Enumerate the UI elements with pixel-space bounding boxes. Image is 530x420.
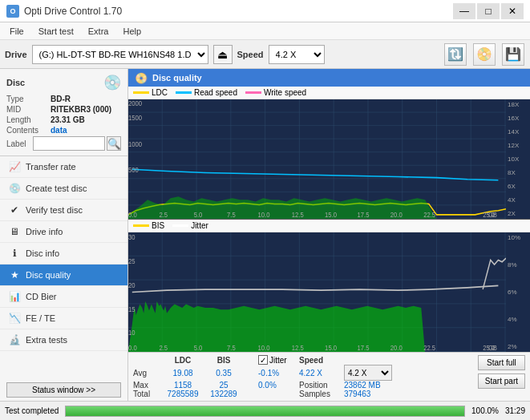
label-button[interactable]: 🔍 xyxy=(107,136,121,151)
y-axis-18x: 18X xyxy=(508,101,528,108)
svg-text:10.0: 10.0 xyxy=(257,343,269,352)
max-ldc: 1158 xyxy=(163,381,203,390)
start-full-button[interactable]: Start full xyxy=(478,355,525,370)
contents-label: Contents xyxy=(6,126,51,135)
total-bis: 132289 xyxy=(204,390,244,398)
y-axis-4x: 4X xyxy=(508,196,528,204)
drive-info-icon: 🖥 xyxy=(8,225,21,238)
title-bar-left: O Opti Drive Control 1.70 xyxy=(6,5,122,18)
total-label: Total xyxy=(133,390,162,398)
chart2-right-axis: 10% 8% 6% 4% 2% xyxy=(506,232,530,352)
legend-read-speed: Read speed xyxy=(176,88,237,97)
stats-bar: LDC BIS ✓ Jitter Speed Avg 19.08 0.35 xyxy=(128,352,530,401)
disc-title: Disc xyxy=(6,78,25,87)
jitter-checkbox[interactable]: ✓ xyxy=(258,355,268,365)
legend-read-color xyxy=(176,91,192,94)
svg-text:0.0: 0.0 xyxy=(128,212,137,219)
col-ldc-header: LDC xyxy=(163,356,203,365)
status-window-button[interactable]: Status window >> xyxy=(6,382,121,398)
transfer-rate-label: Transfer rate xyxy=(26,162,76,172)
samples-label: Samples xyxy=(299,390,343,398)
position-value: 23862 MB xyxy=(344,381,392,390)
nav-extra-tests[interactable]: 🔬 Extra tests xyxy=(0,329,127,351)
avg-ldc: 19.08 xyxy=(163,369,203,378)
cd-bier-label: CD Bier xyxy=(26,292,57,301)
menu-file[interactable]: File xyxy=(3,25,30,38)
disc-quality-icon: ★ xyxy=(8,269,21,281)
y-axis-8pct: 8% xyxy=(508,261,528,269)
toolbar-btn3[interactable]: 💾 xyxy=(502,43,524,66)
svg-text:22.5: 22.5 xyxy=(423,343,435,352)
speed-label: Speed xyxy=(237,50,264,59)
y-axis-6x: 6X xyxy=(508,183,528,190)
svg-text:GB: GB xyxy=(488,212,497,219)
legend-ldc-label: LDC xyxy=(152,88,168,97)
svg-text:20.0: 20.0 xyxy=(390,343,403,352)
menu-extra[interactable]: Extra xyxy=(82,25,115,38)
progress-percent: 100.0% xyxy=(471,406,499,415)
disc-info-panel: Disc 💿 Type BD-R MID RITEKBR3 (000) Leng… xyxy=(0,69,127,156)
chart1-right-axis: 18X 16X 14X 12X 10X 8X 6X 4X 2X xyxy=(506,99,530,219)
disc-type-row: Type BD-R xyxy=(6,95,121,103)
maximize-button[interactable]: □ xyxy=(477,3,500,19)
speed-dropdown[interactable]: 4.2 X xyxy=(344,365,392,381)
minimize-button[interactable]: — xyxy=(453,3,475,19)
legend-jitter-label: Jitter xyxy=(191,221,208,230)
legend-top: LDC Read speed Write speed xyxy=(128,87,530,99)
nav-disc-quality[interactable]: ★ Disc quality xyxy=(0,265,127,286)
y-axis-2x: 2X xyxy=(508,210,528,217)
legend-jitter-color xyxy=(172,224,188,227)
legend-write-label: Write speed xyxy=(264,88,306,97)
svg-text:12.5: 12.5 xyxy=(292,212,304,219)
legend-bis-color xyxy=(133,224,149,227)
close-button[interactable]: ✕ xyxy=(501,3,524,19)
legend-read-label: Read speed xyxy=(194,88,237,97)
legend-bis: BIS xyxy=(133,221,164,230)
disc-info-icon: ℹ xyxy=(8,247,21,260)
eject-button[interactable]: ⏏ xyxy=(213,45,233,64)
nav-drive-info[interactable]: 🖥 Drive info xyxy=(0,221,127,243)
disc-contents-row: Contents data xyxy=(6,126,121,135)
progress-bar-fill xyxy=(66,406,464,416)
disc-mid-row: MID RITEKBR3 (000) xyxy=(6,105,121,114)
start-buttons: Start full Start part xyxy=(478,355,525,389)
charts-container: LDC Read speed Write speed xyxy=(128,87,530,352)
label-input[interactable] xyxy=(33,136,105,151)
avg-label: Avg xyxy=(133,369,162,378)
col-bis-header: BIS xyxy=(204,356,244,365)
nav-fe-te[interactable]: 📉 FE / TE xyxy=(0,308,127,329)
extra-tests-label: Extra tests xyxy=(26,335,67,345)
svg-text:15: 15 xyxy=(128,305,136,313)
transfer-rate-icon: 📈 xyxy=(8,160,21,173)
nav-transfer-rate[interactable]: 📈 Transfer rate xyxy=(0,156,127,178)
y-axis-4pct: 4% xyxy=(508,316,528,323)
svg-text:5.0: 5.0 xyxy=(194,343,203,352)
toolbar: Drive (G:) HL-DT-ST BD-RE WH16NS48 1.D3 … xyxy=(0,40,530,69)
y-axis-8x: 8X xyxy=(508,169,528,176)
verify-test-disc-label: Verify test disc xyxy=(26,205,83,215)
start-part-button[interactable]: Start part xyxy=(478,374,525,389)
speed-select[interactable]: 4.2 X 8 X 12 X 16 X xyxy=(269,45,325,64)
disc-info-label: Disc info xyxy=(26,248,59,258)
menu-start-test[interactable]: Start test xyxy=(32,25,80,38)
elapsed-time: 31:29 xyxy=(505,406,525,415)
chart2-container: 30 25 20 15 10 0.0 2.5 5.0 7.5 10.0 12.5… xyxy=(128,232,530,352)
legend-jitter: Jitter xyxy=(172,221,208,230)
title-bar: O Opti Drive Control 1.70 — □ ✕ xyxy=(0,0,530,22)
progress-bar xyxy=(65,406,465,417)
toolbar-btn1[interactable]: 🔃 xyxy=(444,43,467,66)
mid-label: MID xyxy=(6,105,51,114)
chart-header: 📀 Disc quality xyxy=(128,69,530,87)
y-axis-2pct: 2% xyxy=(508,343,528,350)
disc-length-row: Length 23.31 GB xyxy=(6,115,121,124)
nav-cd-bier[interactable]: 📊 CD Bier xyxy=(0,286,127,308)
svg-text:20: 20 xyxy=(128,281,136,289)
svg-text:1000: 1000 xyxy=(128,140,143,147)
menu-help[interactable]: Help xyxy=(116,25,148,38)
nav-disc-info[interactable]: ℹ Disc info xyxy=(0,243,127,265)
drive-select[interactable]: (G:) HL-DT-ST BD-RE WH16NS48 1.D3 xyxy=(32,45,208,64)
toolbar-btn2[interactable]: 📀 xyxy=(473,43,496,66)
avg-bis: 0.35 xyxy=(204,369,244,378)
nav-verify-test-disc[interactable]: ✔ Verify test disc xyxy=(0,200,127,221)
nav-create-test-disc[interactable]: 💿 Create test disc xyxy=(0,178,127,200)
